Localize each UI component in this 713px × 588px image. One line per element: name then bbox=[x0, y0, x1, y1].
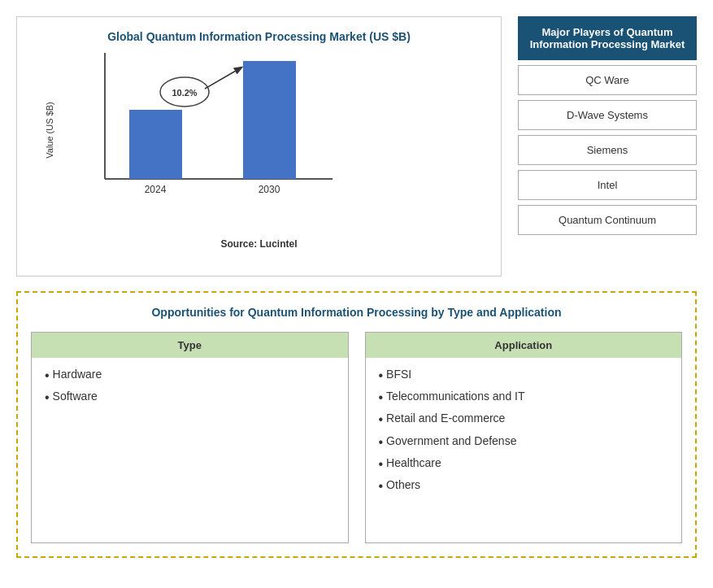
player-item: Siemens bbox=[518, 135, 697, 165]
bullet: • bbox=[379, 456, 384, 472]
bullet: • bbox=[379, 478, 384, 494]
item-text: Government and Defense bbox=[386, 434, 516, 447]
item-text: Retail and E-commerce bbox=[386, 412, 505, 425]
bar-chart-svg: 2024 2030 10.2% bbox=[72, 53, 349, 207]
list-item: •Others bbox=[379, 478, 669, 494]
chart-title: Global Quantum Information Processing Ma… bbox=[33, 30, 485, 43]
application-column: Application •BFSI•Telecommunications and… bbox=[365, 332, 683, 543]
application-items: •BFSI•Telecommunications and IT•Retail a… bbox=[366, 368, 682, 494]
item-text: Hardware bbox=[53, 368, 102, 381]
item-text: Others bbox=[386, 478, 420, 491]
bar-2024 bbox=[129, 110, 182, 179]
chart-area: Global Quantum Information Processing Ma… bbox=[16, 16, 502, 277]
item-text: Healthcare bbox=[386, 456, 441, 469]
players-panel: Major Players of Quantum Information Pro… bbox=[518, 16, 697, 277]
bullet: • bbox=[379, 434, 384, 450]
list-item: •Government and Defense bbox=[379, 434, 669, 450]
bar-2030-label: 2030 bbox=[259, 184, 280, 195]
chart-source: Source: Lucintel bbox=[33, 238, 485, 250]
annotation-text: 10.2% bbox=[172, 88, 197, 98]
list-item: •Healthcare bbox=[379, 456, 669, 472]
bottom-title: Opportunities for Quantum Information Pr… bbox=[31, 306, 682, 319]
columns-wrapper: Type •Hardware•Software Application •BFS… bbox=[31, 332, 682, 543]
bullet: • bbox=[45, 390, 50, 405]
item-text: BFSI bbox=[386, 368, 411, 381]
bullet: • bbox=[379, 390, 384, 405]
y-axis-label: Value (US $B) bbox=[45, 102, 54, 159]
type-column-header: Type bbox=[32, 333, 348, 358]
list-item: •Hardware bbox=[45, 368, 335, 383]
bottom-section: Opportunities for Quantum Information Pr… bbox=[16, 291, 697, 558]
player-item: D-Wave Systems bbox=[518, 100, 697, 130]
type-column: Type •Hardware•Software bbox=[31, 332, 349, 543]
bar-2024-label: 2024 bbox=[145, 184, 167, 195]
item-text: Telecommunications and IT bbox=[386, 390, 524, 403]
list-item: •BFSI bbox=[379, 368, 669, 383]
list-item: •Retail and E-commerce bbox=[379, 412, 669, 427]
player-item: QC Ware bbox=[518, 65, 697, 95]
item-text: Software bbox=[53, 390, 98, 403]
bar-2030 bbox=[243, 61, 296, 179]
players-header: Major Players of Quantum Information Pro… bbox=[518, 16, 697, 60]
application-column-header: Application bbox=[366, 333, 682, 358]
players-list: QC WareD-Wave SystemsSiemensIntelQuantum… bbox=[518, 65, 697, 235]
annotation-arrow bbox=[205, 68, 241, 89]
bullet: • bbox=[379, 368, 384, 383]
bullet: • bbox=[379, 412, 384, 427]
bullet: • bbox=[45, 368, 50, 383]
player-item: Intel bbox=[518, 170, 697, 200]
player-item: Quantum Continuum bbox=[518, 205, 697, 235]
type-items: •Hardware•Software bbox=[32, 368, 348, 405]
list-item: •Software bbox=[45, 390, 335, 405]
list-item: •Telecommunications and IT bbox=[379, 390, 669, 405]
